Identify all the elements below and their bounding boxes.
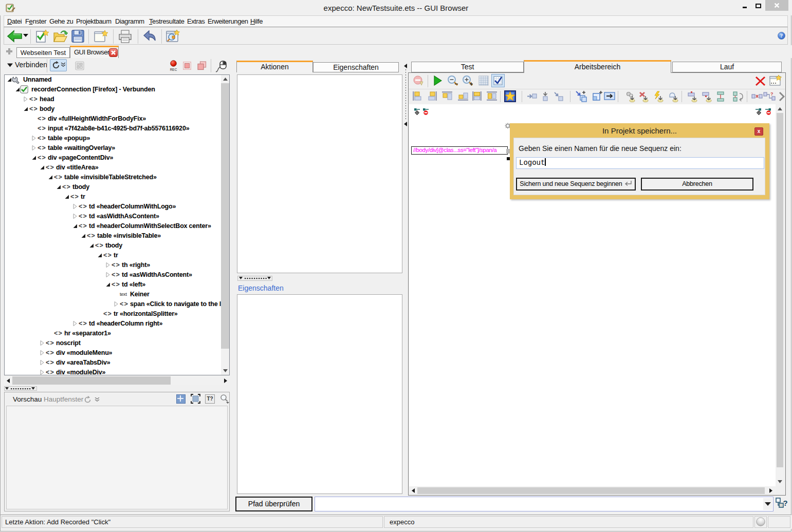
svg-text:?: ? — [780, 32, 783, 39]
svg-text:REC: REC — [170, 68, 177, 71]
svg-text:?: ? — [783, 499, 787, 507]
svg-text:?: ? — [770, 91, 773, 97]
